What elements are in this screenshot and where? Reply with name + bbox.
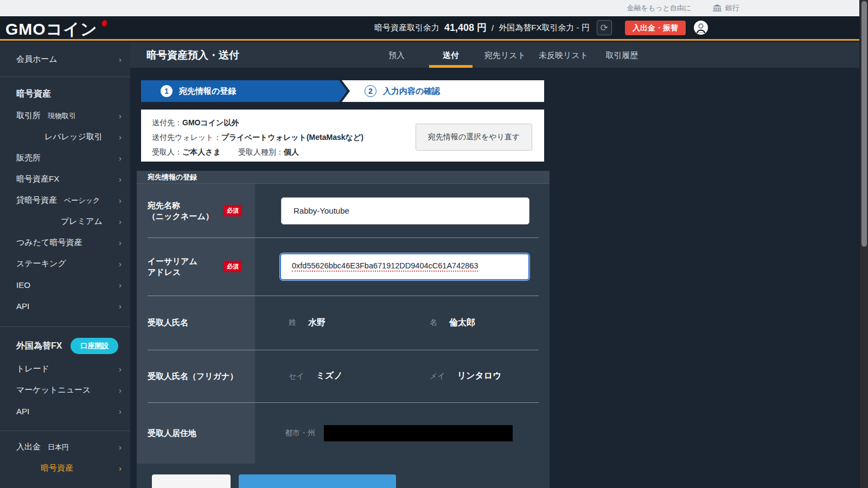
chevron-right-icon: › (119, 464, 122, 473)
chevron-right-icon: › (119, 301, 122, 311)
last-kana-value: ミズノ (316, 370, 343, 382)
crypto-balance-value: 41,408 円 (444, 21, 487, 34)
tab-recipient-list[interactable]: 宛先リスト (478, 42, 532, 68)
sidebar-divider (0, 431, 130, 431)
sidebar-item-accumulation[interactable]: つみたて暗号資産 › (0, 232, 130, 253)
first-kana-value: リンタロウ (457, 370, 502, 382)
sidebar-divider (0, 326, 130, 327)
bank-link-label: 銀行 (725, 3, 739, 13)
fx-balance-label: 外国為替FX取引余力 - 円 (499, 23, 590, 33)
chevron-right-icon: › (119, 442, 122, 452)
sidebar-item-leverage-trading[interactable]: レバレッジ取引 › (0, 126, 130, 147)
sidebar-item-label: 暗号資産 (41, 463, 73, 473)
form-section-title: 宛先情報の登録 (137, 171, 550, 184)
summary-wallet-value: プライベートウォレット(MetaMaskなど) (221, 133, 363, 142)
sidebar-item-label: 入出金 (16, 442, 41, 452)
sidebar-section-crypto-assets: 暗号資産 (0, 82, 130, 105)
nickname-label: 宛先名称 （ニックネーム） (148, 200, 214, 222)
first-name-value: 倫太郎 (449, 317, 475, 329)
sidebar-item-market-news[interactable]: マーケットニュース › (0, 380, 130, 401)
summary-recipient-type-value: 個人 (284, 147, 299, 156)
step-1-number: 1 (161, 85, 173, 97)
eth-address-input-focused[interactable]: 0xfd55626bbc46E3Fba671912DD9404cC61A7428… (280, 253, 529, 280)
sidebar-item-label: マーケットニュース (16, 385, 91, 395)
brand-logo[interactable]: GMOコイン (5, 18, 98, 41)
redacted-residence-value (324, 425, 513, 441)
sidebar-item-sales-office[interactable]: 販売所 › (0, 147, 130, 169)
sidebar-item-trade[interactable]: トレード › (0, 358, 130, 380)
bank-icon (713, 4, 722, 12)
nickname-input[interactable] (281, 197, 529, 224)
step-2-number: 2 (365, 85, 376, 97)
bank-link[interactable]: 銀行 (713, 3, 739, 13)
sidebar-item-label: ステーキング (16, 259, 66, 269)
chevron-right-icon: › (119, 280, 122, 290)
residence-label: 受取人居住地 (148, 428, 196, 439)
open-account-button[interactable]: 口座開設 (71, 338, 118, 354)
sidebar-item-crypto-fx[interactable]: 暗号資産FX › (0, 169, 130, 190)
first-kana-group: メイ リンタロウ (430, 370, 502, 382)
last-name-group: 姓 水野 (289, 317, 430, 329)
sidebar-item-member-home[interactable]: 会員ホーム › (0, 49, 130, 70)
recipient-name-label: 受取人氏名 (148, 317, 188, 328)
first-kana-key: メイ (430, 371, 445, 381)
chevron-right-icon: › (119, 407, 122, 416)
balance-summary: 暗号資産取引余力 41,408 円 / 外国為替FX取引余力 - 円 ⟳ (374, 16, 612, 39)
sidebar-item-label: 貸暗号資産 (16, 195, 57, 206)
recipient-kana-label: 受取人氏名（フリガナ） (148, 371, 238, 382)
sidebar-item-exchange-spot[interactable]: 取引所 現物取引 › (0, 105, 130, 126)
summary-wallet-label: 送付先ウォレット： (152, 133, 221, 142)
summary-recipient-type-label: 受取人種別： (238, 147, 284, 156)
summary-destination-value: GMOコイン以外 (182, 118, 239, 127)
form-row-recipient-kana: 受取人氏名（フリガナ） セイ ミズノ メイ リンタロウ (137, 350, 550, 402)
sidebar-item-deposit-crypto-active[interactable]: 暗号資産 › (0, 458, 130, 479)
sidebar-item-fx-api[interactable]: API › (0, 401, 130, 422)
sidebar-item-label: レバレッジ取引 (44, 132, 103, 142)
account-avatar[interactable] (693, 20, 709, 35)
app-header: GMOコイン 暗号資産取引余力 41,408 円 / 外国為替FX取引余力 - … (0, 16, 868, 41)
sidebar-item-staking[interactable]: ステーキング › (0, 253, 130, 274)
chevron-right-icon: › (119, 175, 122, 184)
recipient-form-panel: 宛先情報の登録 宛先名称 （ニックネーム） 必須 イーサリアム アドレス 必須 (137, 171, 550, 488)
scrollbar-thumb[interactable] (861, 1, 867, 247)
step-1-label: 宛先情報の登録 (179, 86, 236, 97)
logo-red-dot (101, 20, 107, 27)
refresh-balance-button[interactable]: ⟳ (597, 20, 612, 35)
deposit-withdraw-transfer-button[interactable]: 入出金・振替 (625, 21, 686, 35)
topbar-tagline: 金融をもっと自由に (627, 3, 691, 13)
tab-pending-list[interactable]: 未反映リスト (532, 42, 595, 68)
first-name-group: 名 倫太郎 (430, 317, 475, 329)
confirm-button-partial[interactable] (239, 474, 396, 488)
page-header-strip: 暗号資産預入・送付 預入 送付 宛先リスト 未反映リスト 取引履歴 (130, 42, 868, 68)
sidebar-item-deposit-jpy[interactable]: 入出金 日本円 › (0, 436, 130, 458)
required-badge: 必須 (224, 261, 242, 272)
sidebar-item-lending-premium[interactable]: プレミアム › (0, 211, 130, 232)
brand-logo-text: GMOコイン (5, 20, 98, 38)
chevron-right-icon: › (119, 259, 122, 268)
step-indicator: 2 入力内容の確認 1 宛先情報の登録 (141, 80, 544, 102)
sidebar-item-ieo[interactable]: IEO › (0, 274, 130, 296)
sidebar-item-api[interactable]: API › (0, 296, 130, 317)
crypto-balance-label: 暗号資産取引余力 (374, 23, 439, 33)
form-row-recipient-name: 受取人氏名 姓 水野 名 倫太郎 (137, 296, 550, 350)
tab-send-active[interactable]: 送付 (424, 42, 478, 68)
sidebar-item-label: API (16, 301, 29, 311)
tab-history[interactable]: 取引履歴 (595, 42, 649, 68)
chevron-right-icon: › (119, 238, 122, 247)
sidebar-item-label: API (16, 407, 29, 416)
top-utility-bar: 金融をもっと自由に 銀行 (0, 0, 868, 16)
sidebar-item-label: トレード (16, 364, 49, 374)
redo-selection-button[interactable]: 宛先情報の選択をやり直す (416, 124, 532, 151)
summary-recipient-value: ご本人さま (182, 147, 221, 156)
page-scrollbar[interactable] (859, 0, 868, 488)
back-button-partial[interactable] (152, 474, 231, 488)
sidebar-section-forex-fx: 外国為替FX 口座開設 (0, 333, 130, 358)
tab-deposit[interactable]: 預入 (369, 42, 424, 68)
chevron-right-icon: › (119, 55, 122, 64)
city-state-key: 都市・州 (285, 428, 315, 438)
sidebar-item-lending-basic[interactable]: 貸暗号資産 ベーシック › (0, 190, 130, 211)
chevron-right-icon: › (119, 111, 122, 120)
sidebar-section-label: 外国為替FX (16, 341, 62, 352)
form-row-residence: 受取人居住地 都市・州 (137, 402, 550, 464)
last-name-value: 水野 (308, 317, 326, 329)
